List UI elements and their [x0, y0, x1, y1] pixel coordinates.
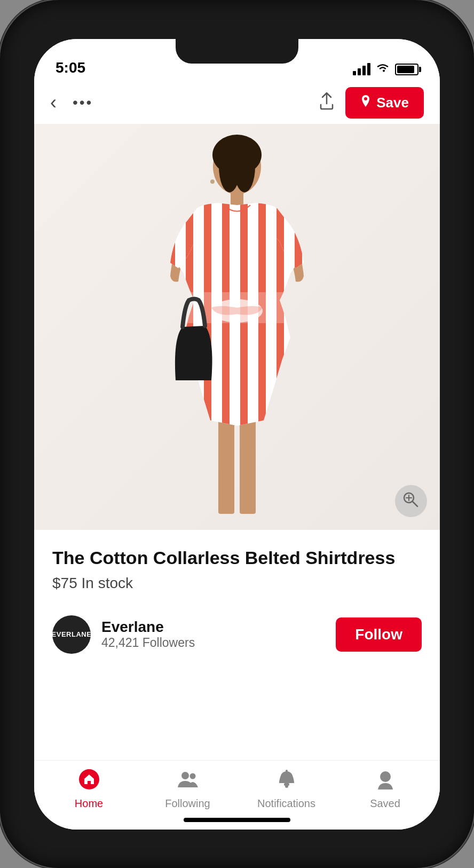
home-icon: [79, 769, 99, 794]
status-icons: [353, 62, 418, 76]
notifications-label: Notifications: [257, 797, 315, 810]
visual-search-button[interactable]: [395, 485, 427, 517]
home-indicator: [184, 818, 290, 822]
nav-right-group: Save: [319, 87, 424, 119]
svg-point-29: [210, 179, 215, 184]
svg-point-36: [189, 773, 195, 779]
nav-left-group: ‹ •••: [50, 91, 93, 114]
share-button[interactable]: [319, 92, 335, 114]
product-title: The Cotton Collarless Belted Shirtdress: [52, 546, 422, 569]
nav-item-home[interactable]: Home: [40, 769, 138, 810]
wifi-icon: [376, 62, 390, 76]
svg-line-31: [413, 502, 417, 506]
saved-label: Saved: [370, 797, 400, 810]
svg-rect-6: [218, 418, 234, 514]
phone-frame: 5:05: [0, 0, 474, 868]
save-label: Save: [376, 95, 409, 111]
more-options-button[interactable]: •••: [73, 94, 93, 111]
following-label: Following: [165, 797, 210, 810]
brand-followers: 42,421 Followers: [101, 636, 195, 650]
svg-point-40: [380, 771, 391, 782]
notch: [176, 39, 298, 64]
svg-point-38: [285, 785, 288, 788]
product-image-container: [34, 124, 440, 530]
brand-row: EVERLANE Everlane 42,421 Followers Follo…: [34, 615, 440, 664]
svg-rect-9: [168, 199, 175, 434]
save-button[interactable]: Save: [345, 87, 424, 119]
brand-info-left: EVERLANE Everlane 42,421 Followers: [52, 615, 195, 654]
nav-item-notifications[interactable]: Notifications: [237, 769, 336, 810]
nav-item-following[interactable]: Following: [138, 769, 237, 810]
notifications-icon: [276, 769, 297, 794]
top-navigation: ‹ ••• Save: [34, 82, 440, 124]
product-price: $75 In stock: [52, 575, 422, 592]
home-label: Home: [75, 797, 103, 810]
svg-rect-16: [295, 199, 302, 434]
lens-icon: [402, 491, 420, 511]
status-time: 5:05: [56, 59, 85, 76]
svg-point-0: [364, 97, 367, 100]
svg-point-4: [234, 141, 255, 192]
brand-avatar-text: EVERLANE: [52, 630, 91, 639]
battery-icon: [395, 64, 418, 75]
phone-screen: 5:05: [34, 39, 440, 830]
following-icon: [178, 769, 198, 794]
follow-button[interactable]: Follow: [336, 617, 422, 652]
pin-icon: [360, 95, 371, 110]
signal-icon: [353, 63, 370, 75]
nav-item-saved[interactable]: Saved: [336, 769, 434, 810]
svg-point-35: [181, 772, 189, 779]
product-image: [34, 124, 440, 530]
brand-avatar[interactable]: EVERLANE: [52, 615, 91, 654]
brand-name: Everlane: [101, 619, 195, 636]
svg-rect-7: [240, 418, 256, 514]
product-info: The Cotton Collarless Belted Shirtdress …: [34, 530, 440, 615]
brand-details: Everlane 42,421 Followers: [101, 619, 195, 650]
svg-rect-39: [286, 770, 288, 772]
scroll-content[interactable]: The Cotton Collarless Belted Shirtdress …: [34, 124, 440, 760]
saved-icon: [375, 769, 396, 794]
back-button[interactable]: ‹: [50, 91, 57, 114]
